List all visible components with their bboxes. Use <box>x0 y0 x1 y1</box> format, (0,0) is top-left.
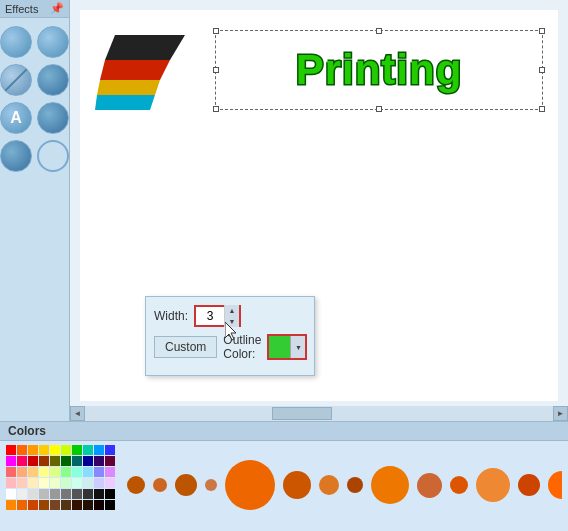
effect-text-a[interactable]: A <box>0 102 32 134</box>
palette-cell[interactable] <box>6 478 16 488</box>
color-swatch-container[interactable]: ▼ <box>267 334 307 360</box>
palette-cell[interactable] <box>61 489 71 499</box>
width-spinner: ▲ ▼ <box>224 305 239 327</box>
palette-cell[interactable] <box>50 489 60 499</box>
deco-circle <box>417 473 442 498</box>
palette-cell[interactable] <box>39 445 49 455</box>
palette-cell[interactable] <box>28 500 38 510</box>
palette-cell[interactable] <box>94 467 104 477</box>
palette-cell[interactable] <box>28 445 38 455</box>
palette-cell[interactable] <box>17 500 27 510</box>
palette-cell[interactable] <box>39 478 49 488</box>
palette-cell[interactable] <box>39 500 49 510</box>
palette-cell[interactable] <box>61 456 71 466</box>
effect-circle-1[interactable] <box>0 26 32 58</box>
width-down-button[interactable]: ▼ <box>225 316 239 327</box>
palette-cell[interactable] <box>72 489 82 499</box>
palette-cell[interactable] <box>83 456 93 466</box>
palette-cell[interactable] <box>28 489 38 499</box>
palette-cell[interactable] <box>105 489 115 499</box>
palette-cell[interactable] <box>83 467 93 477</box>
palette-cell[interactable] <box>61 467 71 477</box>
scroll-thumb[interactable] <box>272 407 332 420</box>
palette-cell[interactable] <box>39 467 49 477</box>
palette-cell[interactable] <box>61 500 71 510</box>
palette-cell[interactable] <box>50 456 60 466</box>
palette-cell[interactable] <box>6 467 16 477</box>
palette-cell[interactable] <box>17 478 27 488</box>
outline-color-label: Outline Color: <box>223 333 261 361</box>
palette-cell[interactable] <box>105 467 115 477</box>
handle-tc[interactable] <box>376 28 382 34</box>
effects-header: Effects 📌 <box>0 0 69 18</box>
color-palette <box>6 445 115 525</box>
canvas-workspace: Printing Width: 3 ▲ ▼ <box>80 10 558 401</box>
palette-cell[interactable] <box>50 500 60 510</box>
handle-br[interactable] <box>539 106 545 112</box>
deco-circle <box>127 476 145 494</box>
scroll-track[interactable] <box>85 406 553 421</box>
effect-circle-4[interactable] <box>37 102 69 134</box>
palette-cell[interactable] <box>83 478 93 488</box>
effect-circle-5[interactable] <box>0 140 32 172</box>
palette-cell[interactable] <box>83 489 93 499</box>
handle-bl[interactable] <box>213 106 219 112</box>
handle-tl[interactable] <box>213 28 219 34</box>
palette-cell[interactable] <box>6 445 16 455</box>
palette-cell[interactable] <box>105 445 115 455</box>
palette-cell[interactable] <box>72 445 82 455</box>
handle-tr[interactable] <box>539 28 545 34</box>
palette-cell[interactable] <box>105 500 115 510</box>
palette-cell[interactable] <box>61 445 71 455</box>
palette-cell[interactable] <box>72 478 82 488</box>
printing-text-content: Printing <box>296 46 463 94</box>
effect-circle-empty[interactable] <box>37 140 69 172</box>
palette-cell[interactable] <box>94 500 104 510</box>
palette-cell[interactable] <box>28 478 38 488</box>
scroll-right-button[interactable]: ► <box>553 406 568 421</box>
pin-icon[interactable]: 📌 <box>50 2 64 15</box>
palette-cell[interactable] <box>17 489 27 499</box>
palette-cell[interactable] <box>6 500 16 510</box>
palette-cell[interactable] <box>17 445 27 455</box>
palette-cell[interactable] <box>39 489 49 499</box>
palette-cell[interactable] <box>105 478 115 488</box>
palette-cell[interactable] <box>72 467 82 477</box>
palette-cell[interactable] <box>94 489 104 499</box>
palette-cell[interactable] <box>83 445 93 455</box>
palette-cell[interactable] <box>72 500 82 510</box>
width-input[interactable]: 3 <box>196 309 224 323</box>
effect-circle-3[interactable] <box>37 64 69 96</box>
palette-cell[interactable] <box>6 456 16 466</box>
custom-button[interactable]: Custom <box>154 336 217 358</box>
palette-cell[interactable] <box>28 467 38 477</box>
palette-cell[interactable] <box>17 456 27 466</box>
effect-circle-2[interactable] <box>37 26 69 58</box>
palette-cell[interactable] <box>105 456 115 466</box>
palette-cell[interactable] <box>17 467 27 477</box>
width-up-button[interactable]: ▲ <box>225 305 239 316</box>
palette-cell[interactable] <box>72 456 82 466</box>
scroll-left-button[interactable]: ◄ <box>70 406 85 421</box>
palette-cell[interactable] <box>39 456 49 466</box>
palette-cell[interactable] <box>94 445 104 455</box>
palette-cell[interactable] <box>50 478 60 488</box>
palette-cell[interactable] <box>6 489 16 499</box>
handle-ml[interactable] <box>213 67 219 73</box>
color-swatch[interactable] <box>269 336 291 358</box>
palette-cell[interactable] <box>50 445 60 455</box>
deco-circle <box>225 460 275 510</box>
palette-cell[interactable] <box>61 478 71 488</box>
outline-color-row: Custom Outline Color: ▼ <box>154 333 306 361</box>
colors-header: Colors <box>0 422 568 441</box>
selection-box[interactable]: Printing <box>215 30 543 110</box>
color-dropdown-button[interactable]: ▼ <box>291 336 305 358</box>
palette-cell[interactable] <box>83 500 93 510</box>
effect-slash-circle[interactable] <box>0 64 32 96</box>
handle-mr[interactable] <box>539 67 545 73</box>
palette-cell[interactable] <box>94 456 104 466</box>
palette-cell[interactable] <box>28 456 38 466</box>
palette-cell[interactable] <box>94 478 104 488</box>
handle-bc[interactable] <box>376 106 382 112</box>
palette-cell[interactable] <box>50 467 60 477</box>
